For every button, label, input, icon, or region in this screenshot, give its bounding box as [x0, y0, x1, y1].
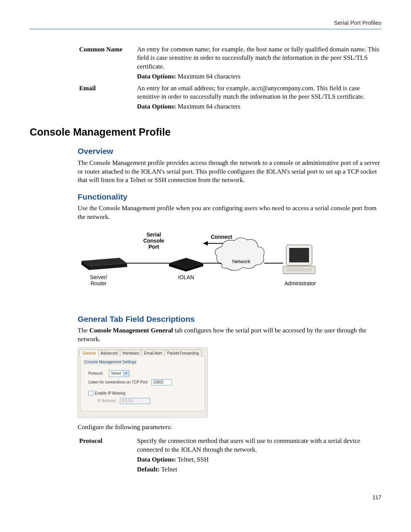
configure-params-text: Configure the following parameters:	[78, 423, 381, 431]
listen-port-input[interactable]: 10001	[151, 379, 172, 385]
group-legend: Console Management Settings	[83, 359, 137, 364]
overview-text: The Console Management profile provides …	[78, 159, 381, 184]
general-tab-heading: General Tab Field Descriptions	[78, 314, 381, 324]
tab-hardware[interactable]: Hardware	[120, 350, 142, 356]
enable-ip-aliasing-row: Enable IP Aliasing	[88, 391, 201, 396]
diagram-label-iolan: IOLAN	[178, 274, 194, 280]
protocol-row: Protocol: Telnet ▾	[88, 370, 201, 377]
data-options-value: Maximum 64 characters	[176, 103, 240, 110]
diagram-svg: Server/Router SerialConsolePort IOLAN Co…	[78, 228, 321, 300]
intro-bold: Console Management General	[89, 327, 173, 334]
default-row: Default: Telnet	[137, 465, 381, 474]
ip-address-input: 0.0.0.0	[120, 398, 150, 404]
administrator-computer-icon	[283, 245, 315, 274]
diagram-label-server: Server/Router	[90, 274, 107, 286]
checkbox-box-icon	[88, 391, 93, 396]
functionality-text: Use the Console Management profile when …	[78, 204, 381, 221]
data-options-row: Data Options: Maximum 64 characters	[137, 102, 381, 111]
table-row: Email An entry for an email address; for…	[79, 83, 381, 113]
data-options-label: Data Options:	[137, 73, 176, 80]
table-row: Protocol Specify the connection method t…	[79, 435, 381, 476]
default-label: Default:	[137, 466, 159, 473]
iolan-icon	[169, 258, 203, 272]
header-rule	[30, 29, 381, 29]
arrow-left-icon	[203, 241, 208, 246]
enable-ip-aliasing-checkbox[interactable]: Enable IP Aliasing	[88, 391, 125, 396]
protocol-select[interactable]: Telnet ▾	[109, 370, 129, 377]
default-value: Telnet	[159, 466, 177, 473]
def-term: Common Name	[79, 44, 137, 83]
section-title: Console Management Profile	[30, 126, 381, 139]
listen-port-row: Listen for connections on TCP Port: 1000…	[88, 379, 201, 385]
console-management-settings-group: Console Management Settings Protocol: Te…	[80, 356, 205, 411]
diagram-label-serial-port: SerialConsolePort	[143, 232, 164, 250]
def-desc-text: An entry for an email address; for examp…	[137, 85, 365, 100]
svg-rect-7	[289, 248, 309, 262]
network-cloud-icon	[215, 238, 264, 271]
svg-rect-9	[286, 268, 312, 272]
ip-address-row: IP Address: 0.0.0.0	[97, 398, 201, 404]
def-term: Protocol	[79, 435, 137, 476]
diagram-label-connect: Connect	[211, 234, 232, 240]
def-desc-text: An entry for common name; for example, t…	[137, 46, 379, 70]
ip-address-label: IP Address:	[97, 398, 117, 403]
data-options-label: Data Options:	[137, 103, 176, 110]
data-options-label: Data Options:	[137, 456, 176, 463]
def-term: Email	[79, 83, 137, 113]
header-breadcrumb: Serial Port Profiles	[30, 19, 381, 27]
server-router-icon	[81, 258, 127, 270]
data-options-value: Telnet, SSH	[176, 456, 209, 463]
def-desc-text: Specify the connection method that users…	[137, 437, 360, 453]
data-options-value: Maximum 64 characters	[176, 73, 240, 80]
tab-packet-forwarding[interactable]: Packet Forwarding	[164, 350, 201, 356]
console-management-settings-panel: General Advanced Hardware Email Alert Pa…	[78, 347, 208, 418]
def-desc: Specify the connection method that users…	[137, 435, 381, 476]
data-options-row: Data Options: Maximum 64 characters	[137, 72, 381, 81]
tab-advanced[interactable]: Advanced	[98, 350, 120, 356]
network-diagram: Server/Router SerialConsolePort IOLAN Co…	[78, 228, 381, 303]
data-options-row: Data Options: Telnet, SSH	[137, 455, 381, 464]
def-desc: An entry for an email address; for examp…	[137, 83, 381, 113]
tab-general[interactable]: General	[80, 350, 99, 356]
intro-pre: The	[78, 327, 89, 334]
overview-heading: Overview	[78, 146, 381, 157]
protocol-value: Telnet	[111, 371, 121, 376]
tab-email-alert[interactable]: Email Alert	[141, 350, 165, 356]
functionality-heading: Functionality	[78, 192, 381, 202]
diagram-label-network: Network	[232, 259, 250, 264]
definition-table-bottom: Protocol Specify the connection method t…	[79, 435, 381, 476]
table-row: Common Name An entry for common name; fo…	[79, 44, 381, 83]
protocol-label: Protocol:	[88, 371, 106, 376]
enable-ip-aliasing-label: Enable IP Aliasing	[95, 391, 125, 396]
general-tab-intro: The Console Management General tab confi…	[78, 326, 381, 343]
page-number: 117	[30, 494, 381, 501]
definition-table-top: Common Name An entry for common name; fo…	[79, 44, 381, 113]
listen-port-label: Listen for connections on TCP Port:	[88, 380, 148, 385]
diagram-label-administrator: Administrator	[285, 280, 316, 286]
chevron-down-icon: ▾	[123, 371, 129, 376]
def-desc: An entry for common name; for example, t…	[137, 44, 381, 83]
settings-tabs: General Advanced Hardware Email Alert Pa…	[78, 348, 207, 356]
